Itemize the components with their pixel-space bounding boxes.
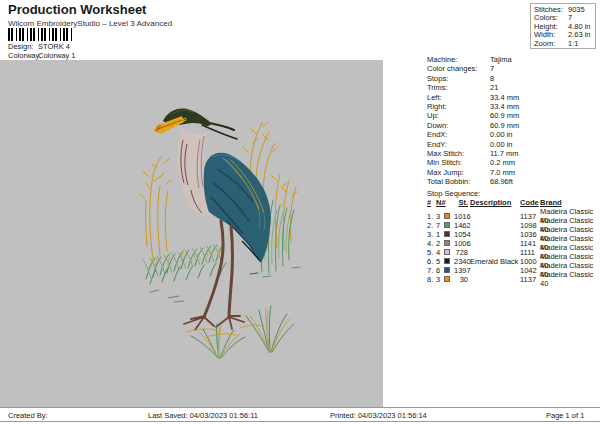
needle-number: 3: [436, 212, 444, 221]
setting-value: 11.7 mm: [490, 149, 519, 158]
setting-label: Max Stitch:: [427, 149, 490, 158]
stop-sequence-column-header: Description: [470, 198, 520, 207]
setting-label: Max Jump:: [427, 168, 490, 177]
needle-number: 4: [436, 248, 444, 257]
thread-swatch: [444, 249, 450, 255]
stop-number: 7.: [427, 266, 436, 275]
stop-sequence-title: Stop Sequence:: [427, 189, 598, 198]
setting-value: Tajima: [490, 55, 512, 64]
grass-bottom: [150, 267, 300, 358]
page-footer: Created By: Last Saved: 04/03/2023 01:56…: [0, 407, 600, 422]
stop-sequence-row: 1.310161137Madeira Classic 40: [427, 207, 598, 216]
machine-setting-row: EndX:0.00 in: [427, 130, 598, 139]
setting-value: 0.00 in: [490, 140, 513, 149]
thread-code: 1137: [520, 275, 540, 284]
colorway-value: Colorway 1: [38, 51, 76, 60]
design-field: Design: STORK 4: [8, 42, 70, 51]
thread-swatch: [444, 240, 450, 246]
page-title: Production Worksheet: [8, 2, 146, 17]
stop-sequence-column-header: Code: [520, 198, 540, 207]
setting-label: Left:: [427, 93, 490, 102]
thread-code: 1141: [520, 239, 540, 248]
machine-settings-list: Machine:TajimaColor changes:7Stops:8Trim…: [427, 55, 598, 186]
needle-number: 3: [436, 275, 444, 284]
design-label: Design:: [8, 42, 38, 51]
setting-label: Min Stitch:: [427, 158, 490, 167]
stop-sequence-column-header: Brand: [540, 198, 598, 207]
stop-number: 6.: [427, 257, 436, 266]
setting-label: Color changes:: [427, 64, 490, 73]
stop-sequence-column-header: #: [427, 198, 436, 207]
thread-code: 1000: [520, 257, 540, 266]
thread-swatch-cell: [444, 221, 454, 230]
setting-label: EndY:: [427, 140, 490, 149]
heron-body: [204, 153, 271, 263]
thread-stitch-code: 2340: [454, 257, 470, 266]
stop-sequence-header: #N#St.DescriptionCodeBrand: [427, 198, 598, 207]
thread-swatch: [444, 267, 450, 273]
page-number: Page 1 of 1: [546, 411, 584, 420]
thread-code: 1111: [520, 248, 540, 257]
setting-label: EndX:: [427, 130, 490, 139]
thread-code: 1042: [520, 266, 540, 275]
machine-setting-row: Down:60.9 mm: [427, 121, 598, 130]
thread-description: Emerald Black: [470, 257, 520, 266]
summary-label: Zoom:: [534, 40, 568, 48]
grass-mid-left: [143, 244, 226, 284]
thread-stitch-code: 1016: [454, 212, 470, 221]
setting-value: 33.4 mm: [490, 93, 519, 102]
stop-sequence-column-header: St.: [454, 198, 470, 207]
needle-number: 1: [436, 230, 444, 239]
design-value: STORK 4: [38, 42, 70, 51]
stop-number: 2.: [427, 221, 436, 230]
setting-value: 21: [490, 83, 498, 92]
machine-setting-row: Stops:8: [427, 74, 598, 83]
setting-label: Right:: [427, 102, 490, 111]
setting-value: 7: [490, 64, 494, 73]
thread-swatch: [444, 276, 450, 282]
machine-setting-row: Left:33.4 mm: [427, 93, 598, 102]
thread-stitch-code: 30: [454, 275, 470, 284]
setting-label: Machine:: [427, 55, 490, 64]
thread-stitch-code: 728: [454, 248, 470, 257]
colorway-field: Colorway: Colorway 1: [8, 51, 76, 60]
summary-row: Zoom:1:1: [534, 40, 592, 48]
setting-value: 60.9 mm: [490, 111, 519, 120]
needle-number: 7: [436, 221, 444, 230]
stop-number: 5.: [427, 248, 436, 257]
summary-value: 1:1: [568, 40, 578, 48]
stop-number: 1.: [427, 212, 436, 221]
machine-setting-row: Max Stitch:11.7 mm: [427, 149, 598, 158]
last-saved-text: Last Saved: 04/03/2023 01:56:11: [148, 411, 258, 420]
machine-setting-row: Max Jump:7.0 mm: [427, 168, 598, 177]
setting-label: Up:: [427, 111, 490, 120]
design-summary-box: Stitches:9035Colors:7Height:4.80 inWidth…: [530, 3, 596, 49]
thread-swatch-cell: [444, 230, 454, 239]
thread-swatch: [444, 222, 450, 228]
needle-number: 5: [436, 257, 444, 266]
setting-label: Stops:: [427, 74, 490, 83]
machine-setting-row: Up:60.9 mm: [427, 111, 598, 120]
machine-setting-row: Right:33.4 mm: [427, 102, 598, 111]
machine-setting-row: Trims:21: [427, 83, 598, 92]
settings-panel: Machine:TajimaColor changes:7Stops:8Trim…: [427, 55, 598, 279]
stop-number: 3.: [427, 230, 436, 239]
thread-stitch-code: 1397: [454, 266, 470, 275]
setting-value: 0.2 mm: [490, 158, 515, 167]
thread-code: 1137: [520, 212, 540, 221]
stop-number: 4.: [427, 239, 436, 248]
setting-value: 0.00 in: [490, 130, 513, 139]
thread-swatch-cell: [444, 275, 454, 284]
design-barcode: [8, 28, 72, 41]
setting-value: 60.9 mm: [490, 121, 519, 130]
machine-setting-row: Color changes:7: [427, 64, 598, 73]
thread-brand: Madeira Classic 40: [540, 270, 598, 288]
thread-swatch: [444, 258, 450, 264]
setting-label: Total Bobbin:: [427, 177, 490, 186]
design-preview-canvas: [0, 60, 383, 407]
thread-swatch: [444, 213, 450, 219]
machine-setting-row: EndY:0.00 in: [427, 140, 598, 149]
stop-number: 8.: [427, 275, 436, 284]
setting-value: 68.96ft: [490, 177, 513, 186]
thread-swatch-cell: [444, 248, 454, 257]
